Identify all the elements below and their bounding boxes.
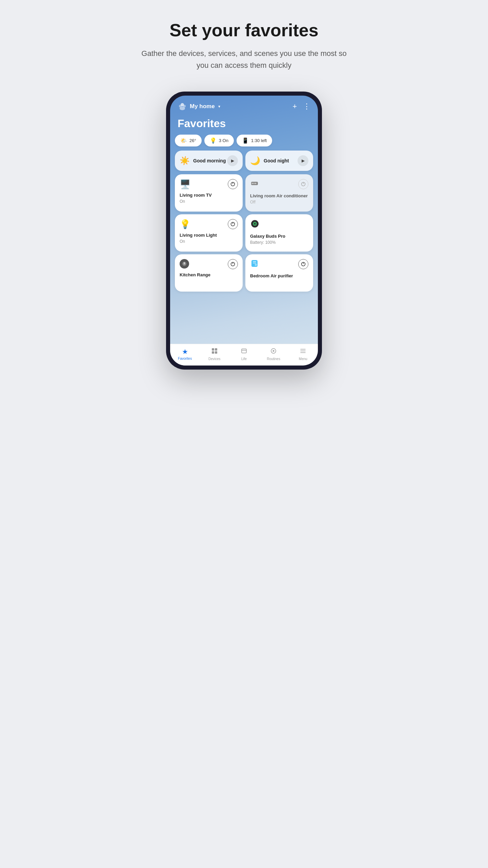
- morning-icon: ☀️: [180, 156, 190, 165]
- purifier-card[interactable]: ~ Bedroom Air purifier: [245, 254, 313, 292]
- life-nav-label: Life: [241, 357, 247, 361]
- svg-rect-29: [215, 348, 217, 351]
- routine-left-night: 🌙 Good night: [250, 156, 289, 165]
- life-nav-icon: [241, 348, 247, 356]
- svg-rect-32: [242, 349, 246, 353]
- night-play-btn[interactable]: ▶: [298, 155, 308, 166]
- svg-marker-35: [273, 350, 275, 352]
- night-label: Good night: [264, 158, 289, 164]
- buds-card[interactable]: Galaxy Buds Pro Battery: 100%: [245, 214, 313, 252]
- morning-label: Good morning: [193, 158, 226, 164]
- good-night-card[interactable]: 🌙 Good night ▶: [245, 151, 313, 171]
- more-button[interactable]: ⋮: [303, 102, 310, 111]
- tv-card[interactable]: 🖥️ Living room TV On: [175, 174, 243, 212]
- svg-point-16: [254, 223, 256, 224]
- ac-name: Living room Air conditioner: [250, 193, 308, 199]
- nav-favorites[interactable]: ★ Favorites: [175, 348, 195, 361]
- morning-play-btn[interactable]: ▶: [227, 155, 238, 166]
- menu-nav-label: Menu: [299, 357, 307, 361]
- purifier-name: Bedroom Air purifier: [250, 273, 308, 279]
- home-name: My home: [190, 103, 215, 110]
- svg-rect-8: [253, 183, 255, 184]
- purifier-card-header: ~: [250, 259, 308, 270]
- light-name: Living room Light: [180, 232, 238, 238]
- hero-subtitle: Gather the devices, services, and scenes…: [136, 47, 352, 71]
- weather-pill[interactable]: 🌤️ 26°: [175, 135, 202, 146]
- phone-screen: My home ▾ + ⋮ Favorites 🌤️ 26°: [170, 96, 318, 366]
- lights-pill[interactable]: 💡 3 On: [204, 135, 234, 146]
- ac-icon: [250, 179, 259, 190]
- tv-icon: 🖥️: [180, 179, 190, 190]
- home-icon: [178, 102, 187, 111]
- svg-rect-22: [253, 261, 256, 262]
- svg-rect-9: [255, 183, 256, 184]
- weather-icon: 🌤️: [180, 137, 187, 144]
- light-power-btn[interactable]: [228, 219, 238, 229]
- devices-nav-label: Devices: [208, 357, 221, 361]
- timer-value: 1:30 left: [251, 138, 267, 143]
- favorites-nav-label: Favorites: [178, 357, 192, 360]
- weather-value: 26°: [189, 138, 196, 143]
- ac-card-header: [250, 179, 308, 190]
- timer-icon: 📱: [242, 137, 249, 144]
- bottom-nav: ★ Favorites Devices: [170, 344, 318, 366]
- nav-menu[interactable]: Menu: [293, 348, 313, 361]
- ac-card[interactable]: Living room Air conditioner Off: [245, 174, 313, 212]
- routines-row: ☀️ Good morning ▶ 🌙 Good night ▶: [175, 151, 313, 171]
- svg-rect-30: [212, 351, 214, 354]
- range-card[interactable]: Kitchen Range: [175, 254, 243, 292]
- svg-rect-31: [215, 351, 217, 354]
- buds-name: Galaxy Buds Pro: [250, 233, 308, 239]
- menu-nav-icon: [300, 348, 306, 356]
- home-label[interactable]: My home ▾: [178, 102, 220, 111]
- top-bar: My home ▾ + ⋮: [170, 96, 318, 114]
- tv-status: On: [180, 199, 238, 204]
- light-card-header: 💡: [180, 219, 238, 230]
- add-button[interactable]: +: [292, 102, 297, 111]
- range-name: Kitchen Range: [180, 272, 238, 278]
- range-card-header: [180, 259, 238, 269]
- ac-power-btn[interactable]: [298, 179, 308, 189]
- tv-name: Living room TV: [180, 192, 238, 198]
- scroll-content[interactable]: 🌤️ 26° 💡 3 On 📱 1:30 left: [170, 135, 318, 344]
- hero-title: Set your favorites: [136, 20, 352, 41]
- purifier-icon: ~: [250, 259, 259, 270]
- lights-icon: 💡: [210, 137, 217, 144]
- buds-icon: [250, 219, 260, 231]
- night-icon: 🌙: [250, 156, 260, 165]
- purifier-power-btn[interactable]: [298, 259, 308, 269]
- phone-wrapper: My home ▾ + ⋮ Favorites 🌤️ 26°: [122, 85, 366, 370]
- top-actions: + ⋮: [292, 102, 310, 111]
- pills-row: 🌤️ 26° 💡 3 On 📱 1:30 left: [175, 135, 313, 146]
- svg-rect-7: [252, 183, 253, 184]
- light-status: On: [180, 239, 238, 244]
- timer-pill[interactable]: 📱 1:30 left: [237, 135, 272, 146]
- light-card[interactable]: 💡 Living room Light On: [175, 214, 243, 252]
- nav-devices[interactable]: Devices: [204, 348, 225, 361]
- nav-life[interactable]: Life: [234, 348, 254, 361]
- svg-point-3: [180, 107, 185, 110]
- tv-power-btn[interactable]: [228, 179, 238, 189]
- devices-nav-icon: [211, 348, 218, 356]
- routine-left: ☀️ Good morning: [180, 156, 226, 165]
- ac-status: Off: [250, 200, 308, 204]
- buds-card-header: [250, 219, 308, 231]
- svg-rect-23: [253, 263, 256, 263]
- favorites-nav-icon: ★: [182, 348, 188, 356]
- home-arrow: ▾: [218, 104, 220, 109]
- good-morning-card[interactable]: ☀️ Good morning ▶: [175, 151, 243, 171]
- tv-card-header: 🖥️: [180, 179, 238, 190]
- hero-section: Set your favorites Gather the devices, s…: [122, 0, 366, 85]
- range-icon: [180, 259, 189, 269]
- lights-value: 3 On: [219, 138, 228, 143]
- buds-status: Battery: 100%: [250, 240, 308, 245]
- svg-rect-18: [184, 262, 185, 264]
- light-icon: 💡: [180, 219, 190, 230]
- nav-routines[interactable]: Routines: [263, 348, 284, 361]
- range-power-btn[interactable]: [228, 259, 238, 269]
- devices-grid: 🖥️ Living room TV On: [175, 174, 313, 292]
- routines-nav-label: Routines: [267, 357, 280, 361]
- svg-rect-28: [212, 348, 214, 351]
- phone-frame: My home ▾ + ⋮ Favorites 🌤️ 26°: [166, 92, 322, 370]
- svg-text:~: ~: [255, 264, 256, 266]
